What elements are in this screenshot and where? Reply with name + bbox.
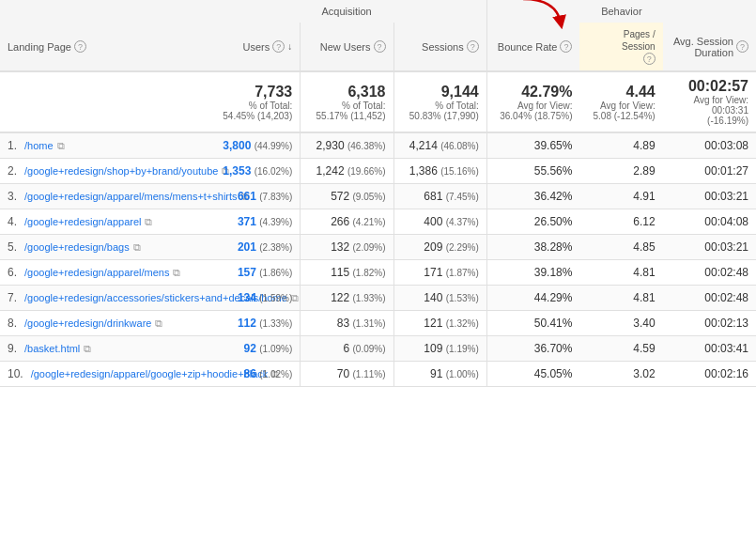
new-users-cell: 132 (2.09%) bbox=[301, 235, 393, 260]
row-number: 6. bbox=[8, 266, 17, 279]
row-number: 8. bbox=[8, 317, 17, 330]
landing-page-link[interactable]: /google+redesign/apparel/google+zip+hood… bbox=[31, 368, 269, 379]
users-cell: 157 (1.86%) bbox=[208, 260, 301, 286]
sessions-pct: (1.87%) bbox=[446, 268, 479, 278]
copy-icon[interactable]: ⧉ bbox=[155, 317, 162, 330]
landing-page-link[interactable]: /google+redesign/apparel/mens bbox=[24, 267, 169, 278]
acquisition-group-header: Acquisition bbox=[208, 0, 487, 23]
new-users-cell: 115 (1.82%) bbox=[301, 260, 393, 286]
users-pct: (1.86%) bbox=[259, 268, 292, 278]
bounce-rate-cell: 39.65% bbox=[486, 132, 579, 159]
bounce-rate-cell: 36.70% bbox=[486, 336, 579, 362]
copy-icon[interactable]: ⧉ bbox=[145, 216, 152, 228]
bounce-rate-cell: 44.29% bbox=[486, 286, 579, 311]
landing-page-cell: 5. /google+redesign/bags ⧉ bbox=[0, 235, 208, 260]
users-help-icon[interactable]: ? bbox=[272, 40, 285, 53]
bounce-rate-cell: 39.18% bbox=[486, 260, 579, 286]
totals-users-value: 7,733 bbox=[215, 84, 293, 101]
table-row: 5. /google+redesign/bags ⧉ 201 (2.38%)13… bbox=[0, 235, 756, 260]
users-value: 661 bbox=[238, 190, 256, 203]
users-pct: (7.83%) bbox=[259, 192, 292, 202]
landing-page-cell: 10. /google+redesign/apparel/google+zip+… bbox=[0, 362, 208, 387]
sessions-cell: 681 (7.45%) bbox=[393, 184, 486, 209]
avg-session-cell: 00:03:21 bbox=[663, 235, 756, 260]
landing-page-link[interactable]: /google+redesign/apparel bbox=[24, 216, 141, 227]
totals-new-users-value: 6,318 bbox=[308, 84, 385, 101]
bounce-rate-cell: 45.05% bbox=[486, 362, 579, 387]
table-row: 7. /google+redesign/accessories/stickers… bbox=[0, 286, 756, 311]
landing-page-help-icon[interactable]: ? bbox=[74, 40, 86, 53]
avg-session-cell: 00:03:41 bbox=[663, 336, 756, 362]
landing-page-link[interactable]: /google+redesign/drinkware bbox=[24, 317, 151, 329]
totals-users: 7,733 % of Total: 54.45% (14,203) bbox=[208, 71, 301, 132]
sessions-label: Sessions bbox=[422, 41, 464, 53]
landing-page-group bbox=[0, 0, 208, 23]
users-pct: (1.02%) bbox=[259, 369, 292, 379]
users-cell: 371 (4.39%) bbox=[208, 209, 301, 235]
totals-pages-sub: Avg for View: 5.08 (-12.54%) bbox=[587, 101, 655, 121]
totals-duration-sub: Avg for View: 00:03:31 (-16.19%) bbox=[671, 95, 748, 126]
users-pct: (44.99%) bbox=[255, 141, 293, 151]
sessions-pct: (1.00%) bbox=[446, 369, 479, 379]
sessions-pct: (46.08%) bbox=[440, 141, 479, 151]
table-row: 1. /home ⧉ 3,800 (44.99%)2,930 (46.38%)4… bbox=[0, 132, 756, 159]
copy-icon[interactable]: ⧉ bbox=[84, 343, 91, 355]
row-number: 4. bbox=[8, 215, 17, 228]
landing-page-link[interactable]: /google+redesign/bags bbox=[24, 241, 130, 253]
new-users-header: New Users ? bbox=[301, 23, 393, 71]
avg-session-help-icon[interactable]: ? bbox=[736, 40, 748, 53]
pages-session-cell: 4.85 bbox=[579, 235, 662, 260]
users-cell: 1,353 (16.02%) bbox=[208, 159, 301, 184]
users-value: 3,800 bbox=[223, 139, 251, 152]
users-cell: 201 (2.38%) bbox=[208, 235, 301, 260]
landing-page-cell: 9. /basket.html ⧉ bbox=[0, 336, 208, 362]
pages-session-cell: 4.91 bbox=[579, 184, 662, 209]
copy-icon[interactable]: ⧉ bbox=[57, 140, 65, 152]
totals-sessions-value: 9,144 bbox=[402, 84, 479, 101]
landing-page-cell: 2. /google+redesign/shop+by+brand/youtub… bbox=[0, 159, 208, 184]
avg-session-cell: 00:01:27 bbox=[663, 159, 756, 184]
sessions-pct: (4.37%) bbox=[446, 217, 479, 227]
avg-session-header: Avg. Session Duration ? bbox=[663, 23, 756, 71]
copy-icon[interactable]: ⧉ bbox=[133, 241, 141, 254]
sessions-pct: (7.45%) bbox=[446, 192, 479, 202]
landing-page-link[interactable]: /home bbox=[24, 140, 54, 151]
bounce-rate-cell: 26.50% bbox=[486, 209, 579, 235]
new-users-cell: 2,930 (46.38%) bbox=[301, 132, 393, 159]
table-row: 4. /google+redesign/apparel ⧉ 371 (4.39%… bbox=[0, 209, 756, 235]
sessions-cell: 121 (1.32%) bbox=[393, 311, 486, 336]
new-users-help-icon[interactable]: ? bbox=[374, 40, 386, 53]
totals-duration-value: 00:02:57 bbox=[671, 78, 748, 95]
new-users-cell: 83 (1.31%) bbox=[301, 311, 393, 336]
new-users-pct: (1.82%) bbox=[352, 268, 385, 278]
landing-page-link[interactable]: /basket.html bbox=[24, 343, 80, 354]
column-header-row: Landing Page ? Users ? ↓ New Users ? bbox=[0, 23, 756, 71]
table-row: 3. /google+redesign/apparel/mens/mens+t+… bbox=[0, 184, 756, 209]
new-users-label: New Users bbox=[320, 41, 371, 53]
pages-session-help-icon[interactable]: ? bbox=[643, 53, 656, 65]
totals-new-users: 6,318 % of Total: 55.17% (11,452) bbox=[301, 71, 393, 132]
row-number: 3. bbox=[8, 190, 17, 203]
new-users-pct: (1.31%) bbox=[352, 318, 385, 329]
table-row: 6. /google+redesign/apparel/mens ⧉ 157 (… bbox=[0, 260, 756, 286]
totals-users-sub: % of Total: 54.45% (14,203) bbox=[215, 101, 293, 121]
copy-icon[interactable]: ⧉ bbox=[173, 267, 180, 279]
users-sort-icon[interactable]: ↓ bbox=[287, 41, 292, 52]
sessions-header: Sessions ? bbox=[393, 23, 486, 71]
landing-page-link[interactable]: /google+redesign/shop+by+brand/youtube bbox=[24, 165, 218, 177]
avg-session-cell: 00:02:48 bbox=[663, 286, 756, 311]
bounce-rate-help-icon[interactable]: ? bbox=[560, 40, 572, 53]
behavior-group-header: Behavior bbox=[486, 0, 756, 23]
sessions-cell: 140 (1.53%) bbox=[393, 286, 486, 311]
analytics-table: Acquisition Behavior Landing Page ? User… bbox=[0, 0, 756, 387]
users-cell: 3,800 (44.99%) bbox=[208, 132, 301, 159]
sessions-help-icon[interactable]: ? bbox=[467, 40, 479, 53]
group-header-row: Acquisition Behavior bbox=[0, 0, 756, 23]
avg-session-cell: 00:04:08 bbox=[663, 209, 756, 235]
avg-session-cell: 00:03:08 bbox=[663, 132, 756, 159]
sessions-pct: (1.53%) bbox=[446, 293, 479, 303]
sessions-pct: (1.32%) bbox=[446, 318, 479, 329]
landing-page-cell: 8. /google+redesign/drinkware ⧉ bbox=[0, 311, 208, 336]
landing-page-link[interactable]: /google+redesign/apparel/mens/mens+t+shi… bbox=[24, 191, 238, 202]
pages-session-label: Pages / Session bbox=[587, 28, 655, 53]
